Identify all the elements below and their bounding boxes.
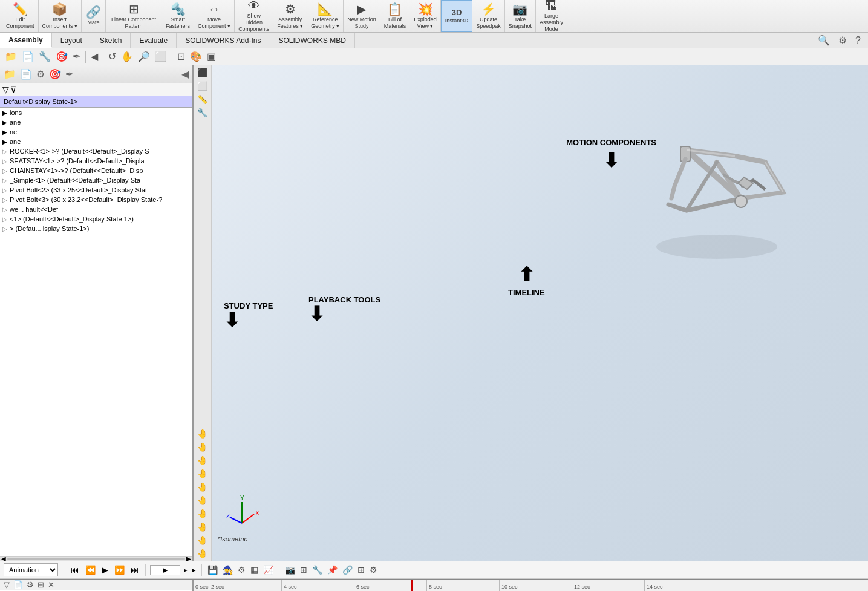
insert-components-button[interactable]: 📦 InsertComponents ▾ [39,0,82,32]
prev-frame-button[interactable]: ⏪ [83,565,97,575]
play-button[interactable]: ▶ [100,565,110,575]
help-icon[interactable]: ? [853,35,863,46]
view-settings-icon[interactable]: 🎨 [188,51,204,62]
mt-properties-icon[interactable]: 📄 [12,580,24,589]
next-frame-button[interactable]: ⏩ [113,565,126,575]
move-component-button[interactable]: ↔ MoveComponent ▾ [194,0,235,32]
take-snapshot-button[interactable]: 📷 TakeSnapshot [505,0,536,32]
tab-solidworks-addins[interactable]: SOLIDWORKS Add-Ins [177,33,270,48]
tab-sketch[interactable]: Sketch [91,33,131,48]
side-tool-hand5[interactable]: 🤚 [197,482,207,492]
smart-fasteners-button[interactable]: 🔩 SmartFasteners [162,0,194,32]
view-orientation-icon[interactable]: ⬜ [152,51,169,62]
viewport[interactable]: X Y Z *Isometric STUDY TYPE ⬇ PLAYBACK T… [212,65,868,561]
linear-component-pattern-button[interactable]: ⊞ Linear Component Pattern [106,0,162,32]
arrow-left-icon[interactable]: ◀ [88,51,100,62]
tree-item-seatstay[interactable]: ▷ SEATSTAY<1>->? (Default<<Default>_Disp… [0,156,192,166]
instant3d-button[interactable]: 3D Instant3D [441,0,473,32]
timeline-area[interactable]: 0 sec 2 sec 4 sec 6 sec 8 sec 10 sec 12 … [194,580,868,591]
rotate-icon[interactable]: ↺ [106,51,119,62]
markup-panel-icon[interactable]: ✒ [64,68,74,80]
tab-solidworks-mbd[interactable]: SOLIDWORKS MBD [270,33,355,48]
update-speedpak-button[interactable]: ⚡ UpdateSpeedpak [472,0,505,32]
tree-item-ne[interactable]: ▶ ne [0,127,192,137]
side-tool-hand[interactable]: 🤚 [197,429,207,439]
side-tool-hand10[interactable]: 🤚 [197,549,207,558]
scroll-right-icon[interactable]: ▶ [186,555,191,561]
side-tool-4[interactable]: 🔧 [197,108,207,117]
compare-icon[interactable]: ⊞ [299,565,308,575]
tree-item-ions[interactable]: ▶ ions [0,108,192,117]
side-tool-hand2[interactable]: 🤚 [197,442,207,452]
playhead[interactable] [411,580,413,591]
mt-filter-icon[interactable]: ▽ [2,580,11,589]
tool-pin-icon[interactable]: 📌 [326,565,339,575]
properties-icon[interactable]: 📄 [19,51,36,62]
rewind-button[interactable]: ⏮ [69,565,81,575]
side-tool-hand3[interactable]: 🤚 [197,455,207,465]
side-tool-3[interactable]: 📏 [197,94,207,104]
feature-tree-icon[interactable]: 📁 [2,68,17,80]
side-tool-hand7[interactable]: 🤚 [197,509,207,518]
config-icon[interactable]: 🔧 [36,51,53,62]
tab-assembly[interactable]: Assembly [0,33,52,48]
show-hidden-components-button[interactable]: 👁 ShowHiddenComponents [235,0,273,32]
display-mode-icon[interactable]: ▣ [204,51,218,62]
tree-item-1[interactable]: ▷ <1> (Default<<Default>_Display State 1… [0,214,192,224]
tree-item-chainstay[interactable]: ▷ CHAINSTAY<1>->? (Default<<Default>_Dis… [0,166,192,175]
funnel-icon[interactable]: ⊽ [10,85,16,94]
tree-item-defau[interactable]: ▷ > (Defau... isplay State-1>) [0,224,192,233]
tree-item-pivot-bolt-3[interactable]: ▷ Pivot Bolt<3> (30 x 23.2<<Default>_Dis… [0,195,192,204]
featuretree-icon[interactable]: 📁 [2,51,19,62]
save-animation-icon[interactable]: 💾 [206,565,219,575]
tree-item-simple[interactable]: ▷ _Simple<1> (Default<<Default>_Display … [0,175,192,185]
side-tool-hand6[interactable]: 🤚 [197,495,207,505]
mt-close-icon[interactable]: ✕ [47,580,56,589]
filter-icon[interactable]: ▽ [2,85,9,94]
side-tool-hand9[interactable]: 🤚 [197,535,207,545]
graph-icon[interactable]: 📈 [262,565,275,575]
tool-grid-icon[interactable]: ⊞ [356,565,366,575]
markup-icon[interactable]: ✒ [70,51,83,62]
config-panel-icon[interactable]: ⚙ [35,68,46,80]
tree-item-we[interactable]: ▷ we... hault<<Def [0,204,192,214]
properties-panel-icon[interactable]: 📄 [19,68,33,80]
tree-item-ane1[interactable]: ▶ ane [0,117,192,127]
side-tool-hand8[interactable]: 🤚 [197,522,207,532]
tab-evaluate[interactable]: Evaluate [131,33,177,48]
tree-item-rocker[interactable]: ▷ ROCKER<1>->? (Default<<Default>_Displa… [0,146,192,156]
feature-state-bar[interactable]: Default<Display State-1> [0,96,192,108]
tool-wrench-icon[interactable]: 🔧 [311,565,324,575]
tree-item-ane2[interactable]: ▶ ane [0,137,192,146]
assembly-features-button[interactable]: ⚙ AssemblyFeatures ▾ [273,0,307,32]
side-tool-hand4[interactable]: 🤚 [197,469,207,478]
tool-link-icon[interactable]: 🔗 [341,565,354,575]
reference-geometry-button[interactable]: 📐 ReferenceGeometry ▾ [307,0,344,32]
playback-settings-icon[interactable]: ⚙ [237,565,247,575]
options-icon[interactable]: ⚙ [836,34,849,46]
filter-icon2[interactable]: ▦ [249,565,259,575]
search-icon[interactable]: 🔍 [815,34,832,46]
panel-collapse-icon[interactable]: ◀ [180,68,190,80]
large-assembly-mode-button[interactable]: 🏗 LargeAssemblyMode [536,0,567,32]
tab-layout[interactable]: Layout [52,33,91,48]
side-tool-1[interactable]: ⬛ [197,68,207,77]
animation-wizard-icon[interactable]: 🧙 [221,565,234,575]
zoom-icon[interactable]: 🔎 [135,51,152,62]
mate-button[interactable]: 🔗 Mate [82,0,106,32]
mates-icon[interactable]: 🎯 [53,51,70,62]
animation-type-dropdown[interactable]: Animation Basic Motion Motion Analysis [4,563,58,576]
section-view-icon[interactable]: ⊡ [175,51,188,62]
exploded-view-button[interactable]: 💥 ExplodedView ▾ [410,0,441,32]
settings-gear-icon[interactable]: ⚙ [368,565,379,575]
fast-forward-button[interactable]: ⏭ [129,565,141,575]
camera-icon[interactable]: 📷 [284,565,296,575]
new-motion-study-button[interactable]: ▶ New MotionStudy [344,0,380,32]
scroll-left-icon[interactable]: ◀ [1,555,6,561]
edit-component-button[interactable]: ✏️ EditComponent [2,0,39,32]
side-tool-2[interactable]: ⬜ [197,81,207,91]
tree-item-pivot-bolt-2[interactable]: ▷ Pivot Bolt<2> (33 x 25<<Default>_Displ… [0,185,192,195]
bill-of-materials-button[interactable]: 📋 Bill ofMaterials [380,0,411,32]
pan-icon[interactable]: ✋ [119,51,135,62]
display-panel-icon[interactable]: 🎯 [48,68,62,80]
